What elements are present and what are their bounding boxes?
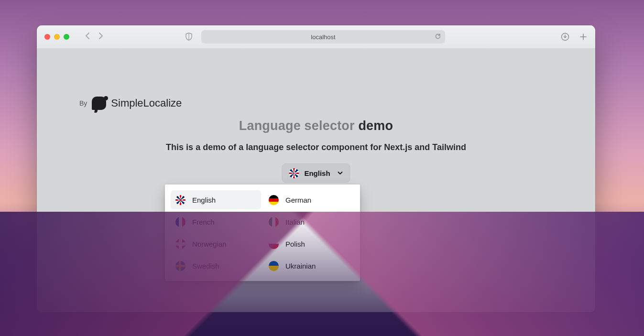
brand-name: SimpleLocalize: [111, 97, 182, 109]
flag-icon-no: [175, 239, 186, 249]
flag-icon-ua: [269, 261, 279, 271]
url-text: localhost: [311, 33, 335, 41]
language-option-de[interactable]: German: [264, 190, 354, 209]
flag-icon-fr: [175, 217, 186, 227]
language-option-label: Polish: [285, 240, 305, 248]
downloads-icon[interactable]: [561, 33, 569, 41]
flag-icon-uk: [175, 195, 186, 205]
language-option-it[interactable]: Italian: [264, 212, 354, 231]
fullscreen-window-button[interactable]: [64, 34, 69, 40]
page-viewport: By SimpleLocalize Language selector demo…: [37, 49, 595, 312]
language-option-label: Swedish: [192, 262, 219, 270]
language-option-label: French: [192, 218, 215, 226]
minimize-window-button[interactable]: [54, 34, 60, 40]
flag-icon-uk: [289, 168, 299, 178]
page-subtitle: This is a demo of a language selector co…: [37, 142, 595, 152]
language-option-label: Italian: [285, 218, 305, 226]
browser-window: localhost By SimpleLocalize: [37, 25, 595, 312]
language-option-se[interactable]: Swedish: [171, 256, 261, 275]
language-option-label: Norwegian: [192, 240, 227, 248]
language-option-no[interactable]: Norwegian: [171, 234, 261, 253]
simplelocalize-icon: [92, 97, 106, 110]
nav-arrows: [85, 32, 104, 42]
language-option-label: Ukrainian: [285, 262, 316, 270]
flag-icon-de: [269, 195, 279, 205]
desktop-wallpaper: localhost By SimpleLocalize: [0, 0, 644, 336]
language-option-pl[interactable]: Polish: [264, 234, 354, 253]
window-controls: [44, 34, 69, 40]
back-button[interactable]: [85, 32, 90, 42]
privacy-shield-icon[interactable]: [185, 33, 193, 41]
address-bar[interactable]: localhost: [201, 30, 445, 43]
browser-toolbar: localhost: [37, 25, 595, 49]
flag-icon-it: [269, 217, 279, 227]
heading-light: Language selector: [239, 119, 359, 133]
language-option-ua[interactable]: Ukrainian: [264, 256, 354, 275]
flag-icon-se: [175, 261, 186, 271]
language-option-label: German: [285, 196, 311, 204]
language-option-uk[interactable]: English: [171, 190, 261, 209]
brand-logo[interactable]: By SimpleLocalize: [79, 97, 182, 110]
forward-button[interactable]: [98, 32, 104, 42]
language-option-fr[interactable]: French: [171, 212, 261, 231]
heading-bold: demo: [358, 119, 393, 133]
new-tab-icon[interactable]: [579, 33, 588, 41]
brand-prefix: By: [79, 99, 87, 107]
current-language-label: English: [304, 169, 330, 177]
chevron-down-icon: [338, 169, 343, 177]
page-title: Language selector demo: [37, 119, 595, 133]
language-option-label: English: [192, 196, 216, 204]
language-dropdown-panel: EnglishGermanFrenchItalianNorwegianPolis…: [165, 184, 360, 281]
flag-icon-pl: [269, 239, 279, 249]
close-window-button[interactable]: [44, 34, 50, 40]
reload-icon[interactable]: [435, 33, 441, 41]
language-selector-button[interactable]: English: [282, 163, 350, 183]
